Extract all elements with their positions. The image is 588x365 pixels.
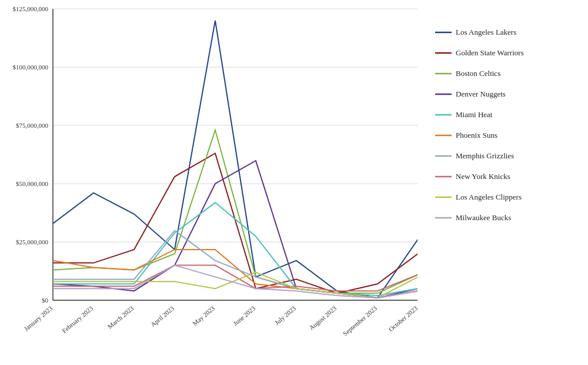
- x-label-feb: February 2023: [61, 304, 94, 334]
- x-label-oct: October 2023: [387, 304, 419, 333]
- chart-container: $0 $25,000,000 $50,000,000 $75,000,000 $…: [0, 0, 588, 365]
- legend-bucks: Milwaukee Bucks: [435, 213, 511, 222]
- x-label-may: May 2023: [191, 304, 216, 327]
- x-label-jul: July 2023: [273, 304, 298, 326]
- legend-label-nuggets: Denver Nuggets: [456, 89, 506, 98]
- legend-lakers: Los Angeles Lakers: [435, 28, 516, 36]
- y-label-50: $50,000,000: [16, 180, 49, 187]
- legend-knicks: New York Knicks: [435, 172, 510, 181]
- line-clippers: [53, 273, 418, 298]
- y-label-100: $100,000,000: [13, 64, 49, 71]
- y-label-75: $75,000,000: [16, 122, 49, 129]
- x-label-sep: September 2023: [342, 304, 379, 337]
- legend-label-grizzlies: Memphis Grizzlies: [456, 151, 514, 160]
- legend-suns: Phoenix Suns: [435, 131, 497, 140]
- legend-grizzlies: Memphis Grizzlies: [435, 151, 514, 160]
- x-label-apr: April 2023: [149, 304, 176, 328]
- y-label-25: $25,000,000: [16, 238, 49, 245]
- legend-heat: Miami Heat: [435, 110, 493, 119]
- x-label-aug: August 2023: [308, 304, 338, 331]
- main-chart: $0 $25,000,000 $50,000,000 $75,000,000 $…: [0, 0, 588, 365]
- legend-clippers: Los Angeles Clippers: [435, 193, 522, 201]
- legend-label-warriors: Golden State Warriors: [456, 48, 524, 57]
- legend-label-suns: Phoenix Suns: [456, 131, 497, 140]
- legend-label-celtics: Boston Celtics: [456, 69, 500, 78]
- legend-label-bucks: Milwaukee Bucks: [456, 213, 511, 222]
- y-label-0: $0: [42, 297, 49, 304]
- legend-label-clippers: Los Angeles Clippers: [456, 193, 522, 201]
- line-lakers: [53, 21, 418, 298]
- legend-nuggets: Denver Nuggets: [435, 89, 506, 98]
- x-label-jun: June 2023: [232, 304, 257, 327]
- x-label-jan: January 2023: [22, 304, 54, 332]
- legend-label-heat: Miami Heat: [456, 110, 493, 119]
- y-label-125: $125,000,000: [13, 5, 49, 12]
- svg-rect-0: [53, 12, 417, 300]
- x-label-mar: March 2023: [106, 304, 135, 330]
- legend-warriors: Golden State Warriors: [435, 48, 524, 57]
- legend-label-knicks: New York Knicks: [456, 172, 510, 181]
- legend-label-lakers: Los Angeles Lakers: [456, 28, 516, 36]
- line-warriors: [53, 154, 418, 294]
- legend-celtics: Boston Celtics: [435, 69, 500, 78]
